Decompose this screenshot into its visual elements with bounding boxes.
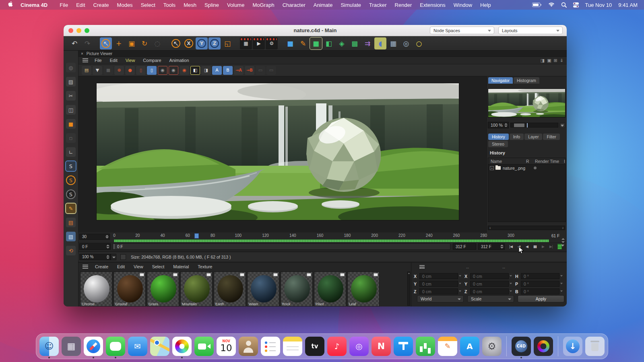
rotation-input[interactable]: 0 ° bbox=[521, 281, 559, 287]
scale-input[interactable]: 0 cm bbox=[470, 281, 509, 287]
zoom-dropdown-button[interactable] bbox=[560, 123, 565, 128]
menubar-item[interactable]: Character bbox=[283, 2, 305, 8]
scale-tool[interactable]: ▣ bbox=[126, 37, 138, 49]
minimize-window-button[interactable] bbox=[76, 28, 81, 33]
control-center-icon[interactable] bbox=[573, 2, 579, 8]
material-menu-item[interactable]: View bbox=[129, 264, 148, 269]
material-menu-item[interactable]: Edit bbox=[113, 264, 129, 269]
menubar-item[interactable]: Render bbox=[395, 2, 412, 8]
paint-tool[interactable]: ✎ bbox=[66, 204, 76, 213]
filmstrip-b-button[interactable]: ▭ bbox=[266, 66, 276, 75]
layouts-dropdown[interactable]: Layouts bbox=[498, 27, 563, 34]
render-to-viewer-button[interactable]: ▶ bbox=[253, 37, 265, 49]
material-tile[interactable]: Water bbox=[247, 272, 279, 306]
dock-icon-downloads[interactable]: ↓ bbox=[563, 337, 582, 356]
model-mode-tool[interactable]: ◍ bbox=[66, 63, 76, 72]
menubar-item[interactable]: Animate bbox=[314, 2, 333, 8]
menubar-clock[interactable]: 9:41 AM bbox=[618, 2, 638, 8]
float-panel-icon[interactable]: ⊞ bbox=[554, 58, 557, 63]
picture-viewer-tab[interactable]: × Picture Viewer bbox=[78, 51, 567, 57]
go-to-end-button[interactable]: ▶| bbox=[548, 245, 554, 249]
range-handle[interactable] bbox=[114, 244, 115, 249]
dock-panel-icon[interactable]: ⇓ bbox=[560, 58, 564, 63]
ruler-stepper[interactable] bbox=[561, 238, 565, 243]
battery-icon[interactable] bbox=[532, 2, 542, 7]
filter-toggle-button[interactable]: ◧ bbox=[190, 66, 200, 75]
redo-button[interactable]: ↷ bbox=[81, 37, 93, 49]
scroll-right-icon[interactable]: › bbox=[562, 226, 564, 230]
texture-mode-tool[interactable]: ▨ bbox=[66, 77, 76, 86]
column-r[interactable]: R bbox=[524, 159, 533, 164]
inspector-tab[interactable]: Layer bbox=[524, 134, 542, 140]
zoom-preset-dropdown[interactable] bbox=[111, 254, 116, 260]
picture-viewer-menu-item[interactable]: Compare bbox=[139, 58, 165, 63]
material-sphere-preview[interactable] bbox=[151, 275, 176, 302]
material-sphere-preview[interactable] bbox=[251, 275, 277, 302]
menubar-item[interactable]: Extensions bbox=[420, 2, 446, 8]
spline-pen-button[interactable]: ✎ bbox=[297, 37, 309, 49]
fps-stepper[interactable] bbox=[105, 235, 109, 239]
range-start-field[interactable]: 0 F bbox=[79, 243, 111, 250]
coordinate-space-dropdown[interactable]: World bbox=[417, 295, 464, 302]
zoom-slider-handle[interactable] bbox=[514, 123, 524, 127]
channels-view-button[interactable]: ◉ bbox=[180, 66, 189, 75]
navigator-tab[interactable]: Navigator bbox=[488, 77, 513, 84]
position-input[interactable]: 0 cm bbox=[419, 273, 458, 279]
navigator-tab[interactable]: Histogram bbox=[514, 77, 539, 84]
light-button[interactable]: ○ bbox=[413, 37, 425, 49]
filmstrip-a-button[interactable]: ▭ bbox=[256, 66, 265, 75]
picture-viewer-menu-item[interactable]: View bbox=[122, 58, 139, 63]
material-tile[interactable]: Mountain bbox=[180, 272, 213, 306]
material-sphere-preview[interactable] bbox=[351, 275, 377, 302]
axis-rotate-tool[interactable]: ⟲ bbox=[66, 246, 76, 255]
previous-frame-button[interactable]: ◀ bbox=[516, 245, 522, 249]
rotate-tool[interactable]: ↻ bbox=[138, 37, 151, 49]
transform-mode-dropdown[interactable]: Scale bbox=[467, 295, 514, 302]
subdivision-surface-button[interactable]: ■ bbox=[310, 37, 322, 49]
history-item-name[interactable]: nature_.png bbox=[503, 166, 530, 171]
spline-arc-tool[interactable]: S bbox=[66, 189, 76, 199]
spline-smooth-tool[interactable]: S bbox=[66, 175, 76, 185]
notebook-button[interactable]: ▯ bbox=[136, 66, 146, 75]
hatch-tool[interactable]: ▤ bbox=[66, 218, 76, 227]
volume-button[interactable]: ▩ bbox=[349, 37, 361, 49]
render-settings-button[interactable]: ⚙ bbox=[266, 37, 278, 49]
view-zoom-field[interactable]: 100 % bbox=[79, 254, 111, 260]
toolbar-separator[interactable] bbox=[164, 37, 169, 49]
go-to-start-button[interactable]: |◀ bbox=[508, 245, 514, 249]
frame-range-bar[interactable]: 0 F bbox=[112, 243, 450, 250]
menubar-item[interactable]: Select bbox=[141, 2, 155, 8]
open-image-button[interactable]: ▤ bbox=[82, 66, 91, 75]
inspector-tab[interactable]: Stereo bbox=[488, 141, 508, 147]
current-frame-stepper[interactable] bbox=[500, 245, 504, 249]
scale-input[interactable]: 0 cm bbox=[470, 288, 509, 294]
pin-panel-icon[interactable]: ▣ bbox=[547, 58, 551, 63]
column-render-time[interactable]: Render Time bbox=[533, 159, 561, 164]
navigator-zoom-slider[interactable] bbox=[510, 123, 558, 128]
menubar-date[interactable]: Tue Nov 10 bbox=[585, 2, 612, 8]
close-window-button[interactable] bbox=[68, 28, 73, 33]
generators-button[interactable]: ◧ bbox=[323, 37, 335, 49]
set-b-image-button[interactable]: B bbox=[223, 66, 233, 75]
add-primitive-button[interactable]: ■ bbox=[284, 37, 296, 49]
menubar-item[interactable]: MoGraph bbox=[252, 2, 274, 8]
current-frame-field[interactable]: 312 F bbox=[478, 243, 505, 250]
cube-mode-tool[interactable]: ■ bbox=[66, 119, 76, 129]
material-tile[interactable]: Chrome bbox=[80, 272, 112, 306]
object-mode-tool[interactable]: ◫ bbox=[66, 105, 76, 115]
floor-button[interactable]: ▦ bbox=[387, 37, 399, 49]
set-a-image-button[interactable]: A bbox=[212, 66, 222, 75]
coordinate-system-button[interactable]: ◱ bbox=[221, 37, 233, 49]
save-image-button[interactable]: ▼ bbox=[93, 66, 102, 75]
material-sphere-preview[interactable] bbox=[117, 275, 143, 302]
deformers-button[interactable]: ◖ bbox=[374, 37, 386, 49]
play-forward-button[interactable]: ▶ bbox=[540, 245, 546, 249]
material-tile[interactable]: Plant bbox=[314, 272, 346, 306]
material-sphere-preview[interactable] bbox=[84, 275, 109, 302]
rotation-input[interactable]: 0 ° bbox=[521, 288, 559, 294]
scroll-left-icon[interactable]: ‹ bbox=[489, 226, 491, 230]
frame-row-dropdown-icon[interactable] bbox=[561, 245, 564, 247]
material-sphere-preview[interactable] bbox=[184, 275, 210, 302]
position-input[interactable]: 0 cm bbox=[419, 281, 458, 287]
angle-snap-tool[interactable]: ∟ bbox=[66, 147, 76, 157]
